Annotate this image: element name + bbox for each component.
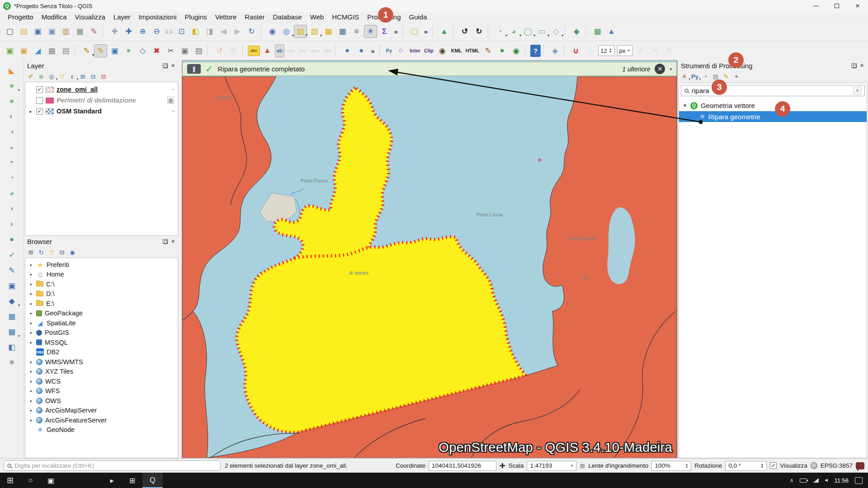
browser-item[interactable]: ▸ GeoPackage — [25, 309, 178, 319]
reshape-icon[interactable]: ◐ — [5, 110, 19, 123]
layer-row[interactable]: Perimetri di delimitazione ▦ — [25, 95, 178, 106]
rotation-spinner[interactable]: 0,0 °▲▼ — [725, 461, 767, 471]
locator-input[interactable]: Digita per localizzare (Ctrl+K) — [4, 460, 221, 471]
browser-item[interactable]: ▸ MSSQL — [25, 338, 178, 347]
message-close-icon[interactable]: ✕ — [655, 64, 665, 74]
item-expander[interactable]: ▸ — [29, 311, 33, 315]
menu-item[interactable]: Visualizza — [71, 13, 109, 21]
layer-checkbox[interactable]: ✓ — [36, 108, 43, 115]
draw-ellipse-icon[interactable]: ◯▾ — [521, 25, 534, 38]
remove-layer-icon[interactable]: ⊟ — [99, 72, 108, 81]
split-features-icon[interactable]: ● — [5, 94, 19, 108]
pan-to-selection-icon[interactable]: ✚ — [122, 25, 135, 38]
menu-item[interactable]: Web — [306, 13, 328, 21]
browser-item[interactable]: ▸ OWS — [25, 396, 178, 406]
zoom-last-icon[interactable]: ◀ — [217, 25, 230, 38]
annotation-icon[interactable]: ▢ — [408, 25, 421, 38]
identify-features-icon[interactable]: ◉ — [266, 25, 279, 38]
close-panel-icon[interactable]: ✕ — [859, 63, 865, 69]
label-tool-icon[interactable]: abc — [297, 44, 309, 57]
redo-edits-icon[interactable]: ↻ — [227, 44, 240, 57]
collapse-all-icon[interactable]: ⊟ — [89, 72, 98, 81]
float-panel-icon[interactable] — [852, 63, 857, 68]
raster-tool-icon[interactable]: ▩ — [591, 25, 604, 38]
float-panel-icon[interactable] — [163, 239, 168, 244]
check-geometry-icon[interactable]: ✓ — [5, 248, 19, 262]
browser-item[interactable]: ▸ C:\ — [25, 279, 178, 289]
current-edits-icon[interactable]: ✎▾ — [80, 44, 93, 57]
delete-selected-icon[interactable]: ✖ — [150, 44, 163, 57]
font-size-spinner[interactable]: 12 ▲▼ — [598, 45, 614, 56]
pan-map-icon[interactable]: ✚ — [108, 25, 121, 38]
label-tool-icon[interactable]: abc — [285, 44, 297, 57]
vertex-tool-icon[interactable]: ◇ — [136, 44, 149, 57]
open-layer-styling-icon[interactable]: ✐ — [26, 72, 35, 81]
item-expander[interactable]: ▸ — [29, 282, 33, 286]
paste-features-icon[interactable]: ▤ — [192, 44, 205, 57]
crs-status[interactable]: EPSG:3857 — [821, 462, 853, 469]
plugin-inter-icon[interactable]: Inter — [408, 44, 422, 57]
close-button[interactable]: ✕ — [847, 0, 868, 12]
cortana-button[interactable]: ○ — [20, 473, 41, 488]
zoom-full-icon[interactable]: ⊡ — [175, 25, 188, 38]
crs-globe-icon[interactable] — [811, 462, 817, 469]
layer-diagram-icon[interactable]: ▲ — [261, 44, 274, 57]
deselect-features-icon[interactable]: ▨▾ — [308, 25, 321, 38]
manage-map-themes-icon[interactable]: ◎▾ — [47, 72, 56, 81]
layer-row[interactable]: ▸ ✓ OSM Standard — [25, 106, 178, 117]
rotate-feature-icon[interactable]: ◔ — [5, 171, 19, 185]
browser-item[interactable]: ▸ PostGIS — [25, 328, 178, 338]
blue-square-icon[interactable]: ▣ — [5, 279, 19, 292]
mouse-extent-icon[interactable]: ✚ — [500, 462, 505, 470]
undo-edits-icon[interactable]: ↺ — [213, 44, 226, 57]
zoom-in-icon[interactable]: ⊕ — [136, 25, 149, 38]
browser-item[interactable]: ▸ WMS/WMTS — [25, 357, 178, 367]
filter-browser-icon[interactable]: ▽ — [47, 248, 56, 257]
draw-rectangle-icon[interactable]: ▭▾ — [535, 25, 548, 38]
kml-tools-icon[interactable]: KML — [450, 44, 463, 57]
processing-options-icon[interactable]: ✦ — [732, 72, 741, 81]
delete-part-icon[interactable]: ◖ — [5, 202, 19, 216]
toolbar-overflow-icon[interactable]: » — [369, 44, 377, 57]
item-expander[interactable]: ▸ — [29, 321, 33, 325]
action-center-icon[interactable] — [855, 477, 863, 484]
item-expander[interactable]: ▸ — [29, 263, 33, 267]
menu-item[interactable]: Vettore — [211, 13, 241, 21]
layer-expander[interactable]: ▸ — [28, 109, 33, 114]
item-expander[interactable]: ▸ — [29, 291, 33, 296]
new-spatialite-icon[interactable]: ◢ — [31, 44, 44, 57]
item-expander[interactable]: ▸ — [29, 379, 33, 384]
open-attribute-table-icon[interactable]: ▦ — [336, 25, 349, 38]
new-virtual-layer-icon[interactable]: ▦ — [45, 44, 58, 57]
cut-features-icon[interactable]: ✂ — [164, 44, 177, 57]
item-expander[interactable]: ▸ — [29, 330, 33, 335]
save-project-as-icon[interactable]: ▣ — [45, 25, 58, 38]
offset-curve-icon[interactable]: ◑ — [5, 125, 19, 139]
filter-legend-icon[interactable]: ▽ — [57, 72, 66, 81]
processing-toolbox-icon[interactable]: ✳ — [364, 25, 377, 38]
browser-item[interactable]: DB2 DB2 — [25, 347, 178, 357]
zoom-next-icon[interactable]: ▶ — [231, 25, 244, 38]
add-selected-layer-icon[interactable]: ⊞ — [26, 248, 35, 257]
menu-item[interactable]: Modifica — [38, 13, 71, 21]
cross-disabled-icon[interactable]: ✕ — [648, 44, 661, 57]
plugin-clip-icon[interactable]: Clip — [423, 44, 435, 57]
html-tools-icon[interactable]: HTML — [464, 44, 481, 57]
menu-item[interactable]: HCMGIS — [328, 13, 363, 21]
clear-search-icon[interactable]: ✕ — [854, 87, 861, 94]
map-canvas[interactable]: ∥ ✓ Ripara geometrie completato 1 ulteri… — [182, 60, 677, 458]
run-feature-action-icon[interactable]: ◎▾ — [280, 25, 293, 38]
history-icon[interactable]: ◔ — [701, 72, 710, 81]
blue-diamond-icon[interactable]: ◆▾ — [5, 294, 19, 308]
menu-item[interactable]: Layer — [109, 13, 135, 21]
expand-all-icon[interactable]: ⊞ — [78, 72, 87, 81]
style-manager-icon[interactable]: ✎ — [87, 25, 100, 38]
browser-item[interactable]: ▸ ★ Preferiti — [25, 260, 178, 270]
settings-gear-icon[interactable]: ✳ — [5, 356, 19, 369]
plugin-prev-icon[interactable]: ○ — [394, 44, 407, 57]
new-print-layout-icon[interactable]: ▥ — [59, 25, 72, 38]
menu-item[interactable]: Database — [269, 13, 306, 21]
menu-item[interactable]: Raster — [241, 13, 269, 21]
snapping-options-icon[interactable]: ◇ — [583, 44, 596, 57]
new-geopackage-icon[interactable]: ▣ — [3, 44, 16, 57]
